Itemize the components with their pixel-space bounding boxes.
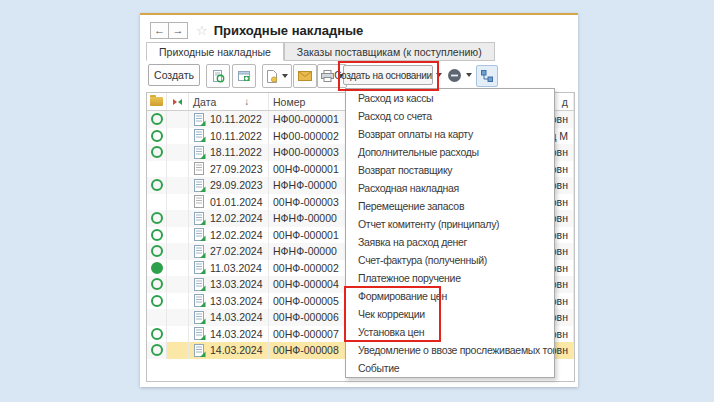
page-title: Приходные накладные [214,23,364,38]
menu-item[interactable]: Формирование цен [346,287,554,305]
cell-number: 00НФ-000003 [273,196,339,208]
posted-status-icon [151,130,163,142]
menu-item-label: Расход из кассы [358,92,433,104]
menu-item-label: Возврат оплаты на карту [358,128,473,140]
posting-marker-icon[interactable] [167,93,189,110]
create-based-on-menu: Расход из кассы Расход со счета Возврат … [345,88,555,378]
folder-icon[interactable] [147,93,167,110]
create-button[interactable]: Создать [148,64,200,86]
menu-item[interactable]: Перемещение запасов [346,197,554,215]
menu-item-label: Счет-фактура (полученный) [358,254,487,266]
menu-item[interactable]: Расход со счета [346,107,554,125]
cell-number: 00НФ-000001 [273,229,339,241]
cell-date: 10.11.2022 [210,130,262,142]
cell-date: 13.03.2024 [210,295,263,307]
menu-item-label: Дополнительные расходы [358,146,479,158]
document-icon [193,146,206,159]
tab-incoming-invoices[interactable]: Приходные накладные [146,42,284,61]
menu-item-label: Событие [358,362,399,374]
forward-button[interactable]: → [169,22,188,39]
cell-number: 00НФ-000008 [273,344,339,356]
app-window: ← → ☆ Приходные накладные Приходные накл… [140,13,578,387]
menu-item-label: Расход со счета [358,110,432,122]
document-icon [193,344,206,357]
desktop-background: ← → ☆ Приходные накладные Приходные накл… [0,0,714,402]
column-header-date[interactable]: Дата ↓ [189,93,269,110]
menu-item-label: Отчет комитенту (принципалу) [358,218,499,230]
menu-item[interactable]: Платежное поручение [346,269,554,287]
send-email-icon[interactable] [293,64,317,88]
form-settings-icon[interactable] [232,64,256,88]
cell-date: 12.02.2024 [210,212,263,224]
attached-files-icon[interactable] [262,64,292,88]
cell-date: 27.02.2024 [210,245,263,257]
cell-number: 00НФ-000002 [273,262,339,274]
create-based-on-button[interactable]: Создать на основании [343,65,433,85]
menu-item[interactable]: Уведомление о ввозе прослеживаемых товар… [346,341,554,359]
cell-date: 10.11.2022 [210,113,262,125]
cell-number: 00НФ-000005 [273,295,339,307]
window-accent-line [140,13,578,15]
cell-number: НФ00-000003 [273,146,339,158]
posted-status-icon [151,344,163,356]
cell-number: НФНФ-00000 [273,179,337,191]
menu-item-label: Заявка на расход денег [358,236,467,248]
posted-status-icon [151,229,163,241]
tab-bar: Приходные накладные Заказы поставщикам (… [146,42,495,61]
document-icon [193,129,206,142]
cell-date: 14.03.2024 [210,344,263,356]
cell-date: 13.03.2024 [210,278,263,290]
cell-date: 11.03.2024 [210,262,262,274]
cell-number: НФНФ-00000 [273,212,337,224]
toolbar: Создать [140,62,578,90]
cell-date: 01.01.2024 [210,196,263,208]
nav-row: ← → ☆ Приходные накладные [150,20,363,40]
menu-item[interactable]: Заявка на расход денег [346,233,554,251]
menu-item[interactable]: Дополнительные расходы [346,143,554,161]
document-icon [193,294,206,307]
posted-status-icon [151,113,163,125]
menu-item[interactable]: Событие [346,359,554,377]
edo-status-icon[interactable] [445,64,473,86]
menu-item[interactable]: Установка цен [346,323,554,341]
menu-item[interactable]: Счет-фактура (полученный) [346,251,554,269]
copy-document-icon[interactable] [206,64,230,88]
posted-status-icon [151,245,163,257]
menu-item-label: Уведомление о ввозе прослеживаемых товар… [358,344,554,356]
menu-item-label: Платежное поручение [358,272,461,284]
menu-item[interactable]: Чек коррекции [346,305,554,323]
cell-number: НФ00-000002 [273,130,339,142]
cell-date: 18.11.2022 [210,146,262,158]
menu-item[interactable]: Возврат оплаты на карту [346,125,554,143]
menu-item[interactable]: Возврат поставщику [346,161,554,179]
document-icon [193,261,206,274]
document-icon [193,113,206,126]
cell-number: 00НФ-000004 [273,278,339,290]
sort-desc-icon: ↓ [244,96,249,107]
menu-item[interactable]: Расходная накладная [346,179,554,197]
document-icon [193,278,206,291]
document-icon [193,162,206,175]
tab-supplier-orders[interactable]: Заказы поставщикам (к поступлению) [284,42,495,61]
document-icon [193,195,206,208]
menu-item[interactable]: Отчет комитенту (принципалу) [346,215,554,233]
document-icon [193,212,206,225]
back-button[interactable]: ← [150,22,169,39]
cell-date: 12.02.2024 [210,229,263,241]
cell-date: 14.03.2024 [210,328,263,340]
menu-item-label: Установка цен [358,326,424,338]
posted-status-icon [151,179,163,191]
cell-date: 14.03.2024 [210,311,263,323]
related-documents-icon[interactable] [476,65,498,87]
favorite-star-icon[interactable]: ☆ [196,23,208,38]
posted-status-icon [151,278,163,290]
chevron-down-icon [466,73,472,77]
menu-item-label: Перемещение запасов [358,200,464,212]
posted-status-icon [151,295,163,307]
document-icon [193,228,206,241]
cell-date: 29.09.2023 [210,179,263,191]
cell-date: 27.09.2023 [210,163,263,175]
menu-item[interactable]: Расход из кассы [346,89,554,107]
posted-status-icon [151,328,163,340]
cell-number: 00НФ-000007 [273,328,339,340]
